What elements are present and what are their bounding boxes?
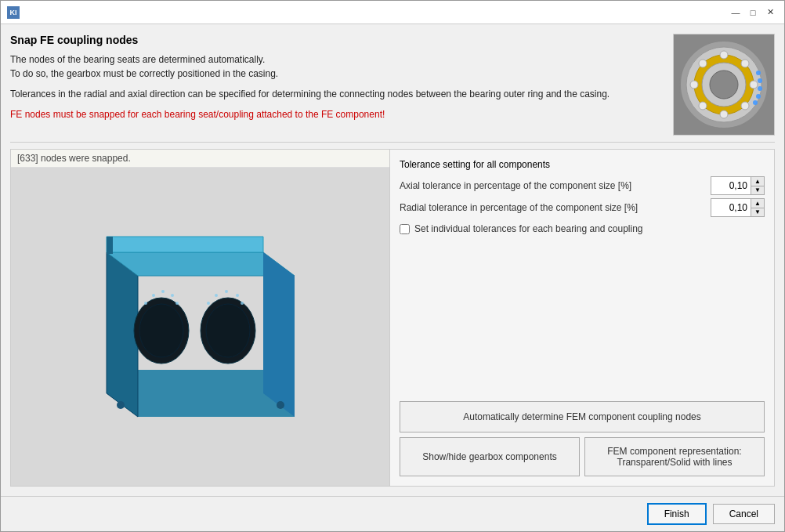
axial-spinner: ▲ ▼ [751, 177, 764, 194]
svg-point-11 [690, 81, 698, 89]
model-svg [75, 205, 326, 448]
svg-point-8 [741, 102, 749, 110]
axial-input-group[interactable]: ▲ ▼ [711, 176, 765, 195]
left-panel: [633] nodes were snapped. [11, 150, 390, 486]
svg-point-14 [758, 78, 762, 83]
minimize-button[interactable]: — [728, 5, 743, 20]
status-bar: [633] nodes were snapped. [11, 150, 389, 168]
action-buttons: Automatically determine FEM component co… [400, 401, 765, 476]
svg-point-31 [152, 294, 155, 297]
svg-point-34 [175, 302, 179, 305]
model-view [11, 168, 389, 486]
desc-line2: To do so, the gearbox must be correctly … [10, 68, 278, 79]
cancel-button[interactable]: Cancel [713, 504, 775, 524]
axial-tolerance-input[interactable] [711, 177, 751, 194]
svg-point-28 [117, 401, 125, 409]
fem-rep-line1: FEM component representation: [607, 446, 741, 457]
svg-marker-26 [107, 237, 263, 252]
content-area: Snap FE coupling nodes The nodes of the … [1, 24, 784, 496]
radial-input-group[interactable]: ▲ ▼ [711, 198, 765, 217]
page-title: Snap FE coupling nodes [10, 34, 664, 46]
individual-tolerance-row: Set individual tolerances for each beari… [400, 223, 765, 234]
individual-tolerance-checkbox[interactable] [400, 224, 410, 234]
svg-point-10 [699, 102, 707, 110]
radial-spinner: ▲ ▼ [751, 199, 764, 216]
svg-point-6 [741, 60, 749, 67]
svg-marker-21 [263, 252, 295, 417]
finish-button[interactable]: Finish [647, 503, 707, 525]
svg-point-33 [171, 294, 174, 297]
close-button[interactable]: ✕ [762, 5, 778, 20]
svg-point-25 [206, 304, 250, 357]
svg-point-16 [756, 94, 761, 99]
show-hide-button[interactable]: Show/hide gearbox components [400, 437, 580, 476]
radial-tolerance-label: Radial tolerance in percentage of the co… [400, 202, 704, 213]
svg-point-12 [699, 60, 707, 67]
desc-para2: Tolerances in the radial and axial direc… [10, 87, 664, 101]
svg-point-17 [753, 100, 758, 105]
section-divider [10, 142, 775, 143]
description-block: Snap FE coupling nodes The nodes of the … [10, 34, 664, 136]
app-icon: KI [7, 6, 20, 19]
fem-representation-button[interactable]: FEM component representation: Transparen… [584, 437, 765, 476]
axial-spinner-down[interactable]: ▼ [751, 186, 764, 194]
maximize-button[interactable]: □ [745, 5, 761, 20]
svg-point-39 [241, 302, 244, 305]
tolerance-section-title: Tolerance setting for all components [400, 159, 765, 170]
svg-point-29 [277, 401, 284, 409]
axial-spinner-up[interactable]: ▲ [751, 177, 764, 186]
svg-point-23 [139, 304, 183, 357]
svg-point-36 [215, 294, 218, 297]
svg-marker-19 [107, 252, 138, 417]
footer: Finish Cancel [1, 496, 784, 531]
svg-point-13 [756, 71, 761, 75]
svg-point-30 [144, 302, 147, 305]
radial-spinner-down[interactable]: ▼ [751, 208, 764, 216]
titlebar-left: KI [7, 6, 20, 19]
titlebar: KI — □ ✕ [1, 1, 784, 24]
spacer [400, 241, 765, 395]
tolerance-section: Tolerance setting for all components Axi… [400, 159, 765, 234]
auto-determine-button[interactable]: Automatically determine FEM component co… [400, 401, 765, 432]
highlight-text: FE nodes must be snapped for each bearin… [10, 107, 664, 121]
svg-rect-27 [107, 237, 113, 254]
fem-rep-line2: Transparent/Solid with lines [617, 457, 733, 468]
axial-tolerance-row: Axial tolerance in percentage of the com… [400, 176, 765, 195]
action-btn-row: Show/hide gearbox components FEM compone… [400, 437, 765, 476]
description-text: The nodes of the bearing seats are deter… [10, 52, 664, 121]
main-window: KI — □ ✕ Snap FE coupling nodes The node… [0, 0, 785, 532]
desc-line1: The nodes of the bearing seats are deter… [10, 54, 265, 65]
svg-point-15 [758, 86, 762, 91]
svg-point-35 [207, 302, 210, 305]
axial-tolerance-label: Axial tolerance in percentage of the com… [400, 180, 704, 191]
svg-point-9 [720, 110, 728, 118]
svg-point-5 [720, 51, 728, 59]
radial-tolerance-row: Radial tolerance in percentage of the co… [400, 198, 765, 217]
svg-point-37 [225, 290, 228, 293]
svg-point-7 [750, 81, 758, 89]
svg-point-32 [161, 290, 165, 293]
bearing-svg [677, 38, 771, 132]
svg-point-38 [236, 294, 239, 297]
titlebar-buttons: — □ ✕ [728, 5, 778, 20]
svg-point-4 [710, 71, 738, 99]
bearing-image [673, 34, 775, 136]
individual-tolerance-label[interactable]: Set individual tolerances for each beari… [414, 223, 643, 234]
right-panel: Tolerance setting for all components Axi… [390, 150, 774, 486]
radial-spinner-up[interactable]: ▲ [751, 199, 764, 208]
radial-tolerance-input[interactable] [711, 199, 751, 216]
top-section: Snap FE coupling nodes The nodes of the … [10, 34, 775, 136]
bottom-section: [633] nodes were snapped. [10, 149, 775, 487]
